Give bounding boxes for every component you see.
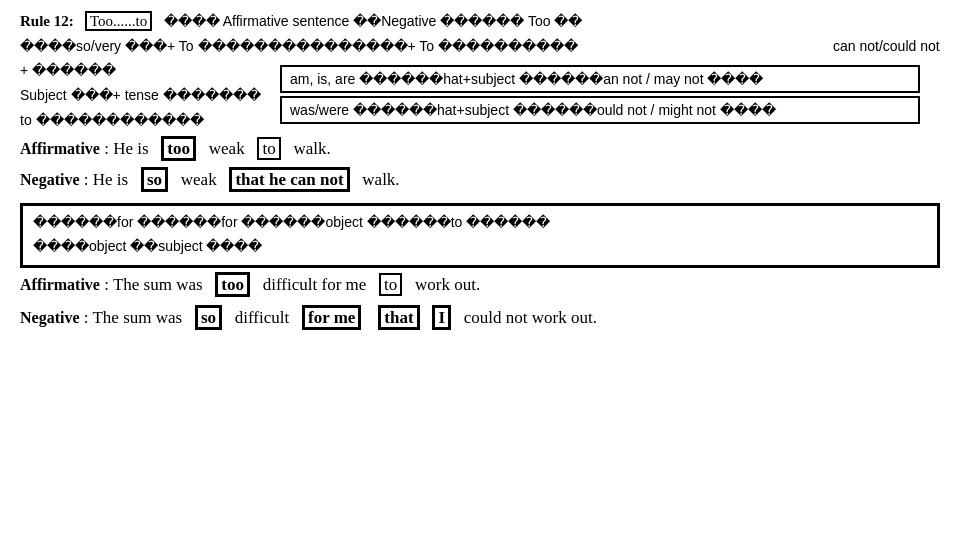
rule-line-1: Rule 12: Too......to ���� Affirmative se… [20,10,940,33]
affirmative-label-1: Affirmative [20,140,100,157]
that-box: that [378,305,419,330]
affirmative2-end: work out. [415,275,480,294]
inner-box-1: am, is, are ������hat+subject ������an n… [280,65,920,93]
to-box-1: to [257,137,280,160]
too-box-2: too [215,272,250,297]
rule-line4-to: to ������������ [20,112,204,128]
so-box-2: so [195,305,222,330]
negative2-mid: difficult [235,308,289,327]
affirmative-text-1: : He is [104,139,148,158]
negative2-end: could not work out. [464,308,597,327]
section2-line1: ������for ������for ������object ������t… [33,212,927,234]
negative-text-1: : He is [84,170,128,189]
affirmative2-mid: difficult for me [263,275,367,294]
too-to-box: Too......to [85,11,152,31]
too-box-1: too [161,136,196,161]
I-box: I [432,305,451,330]
negative-label-1: Negative [20,171,80,188]
affirmative-label-2: Affirmative [20,276,100,293]
inner-boxes-container: am, is, are ������hat+subject ������an n… [280,65,920,124]
so-box-1: so [141,167,168,192]
inner-box-2: was/were ������hat+subject ������ould no… [280,96,920,124]
negative-line-2: Negative : The sum was so difficult for … [20,305,940,331]
negative-label-2: Negative [20,309,80,326]
page: Rule 12: Too......to ���� Affirmative se… [0,0,960,540]
rule-line3-subject: Subject ���+ tense ������� [20,87,261,103]
negative-walk-1: walk. [362,170,399,189]
rule-title: Rule 12: [20,13,74,29]
negative2-text1: : The sum was [84,308,182,327]
for-me-box: for me [302,305,361,330]
that-he-can-not-box: that he can not [229,167,349,192]
weak-text-1: weak [209,139,245,158]
affirmative-line-2: Affirmative : The sum was too difficult … [20,272,940,298]
section2-box: ������for ������for ������object ������t… [20,203,940,268]
negative-weak-1: weak [181,170,217,189]
affirmative-line-1: Affirmative : He is too weak to walk. [20,136,940,162]
section2-line2: ����object ��subject ���� [33,236,927,258]
rule-line1-thai: ���� Affirmative sentence ��Negative ���… [164,13,583,29]
rule-line2-thai: ����so/very ���+ To ���������������+ To … [20,38,578,54]
negative-line-1: Negative : He is so weak that he can not… [20,167,940,193]
walk-text-1: walk. [293,139,330,158]
to-box-2: to [379,273,402,296]
affirmative2-text: : The sum was [104,275,202,294]
